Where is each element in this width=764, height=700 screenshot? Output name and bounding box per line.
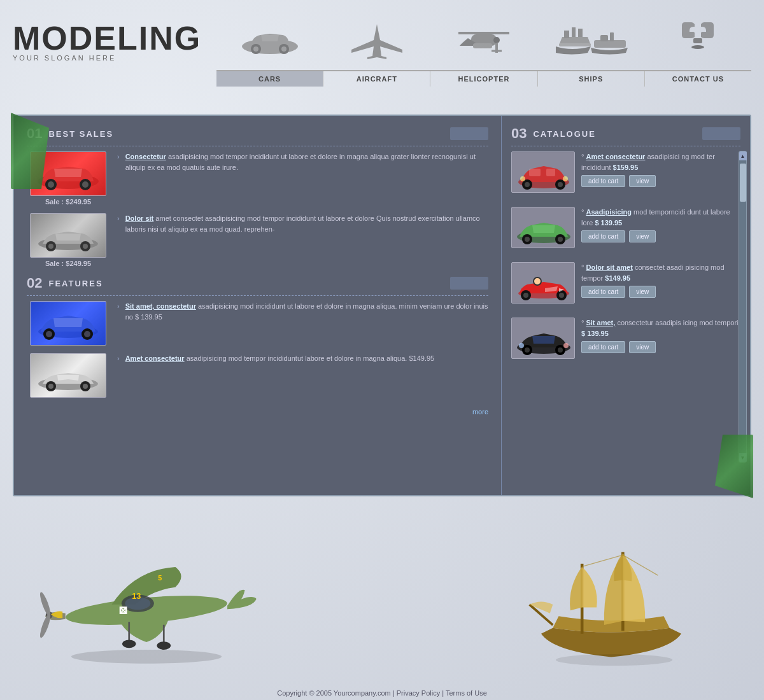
nav-area: CARS AIRCRAFT HELICOPTER SHIPS CONTACT U… — [216, 6, 751, 87]
phone-icon — [676, 19, 720, 60]
best-sales-header: 01 BEST SALES — [27, 125, 488, 146]
svg-point-53 — [558, 237, 563, 242]
plane-decoration: 13 5 — [25, 541, 267, 668]
features-desc-2: › Amet consectetur asadipisicing mod tem… — [117, 353, 488, 398]
bottom-area: 13 5 — [13, 503, 751, 700]
features-desc-1: › Sit amet, consectetur asadipisicing mo… — [117, 301, 488, 346]
add-to-cart-4[interactable]: add to cart — [581, 341, 625, 353]
svg-point-27 — [48, 244, 53, 249]
cat-item-3: ° Dolor sit amet consectet asadi pisicin… — [511, 262, 740, 310]
view-1[interactable]: view — [629, 175, 656, 187]
add-to-cart-2[interactable]: add to cart — [581, 230, 625, 242]
cat-info-1: ° Amet consectetur asadipisici ng mod te… — [581, 151, 740, 193]
svg-rect-17 — [610, 32, 614, 41]
logo-title: MODELING — [13, 19, 216, 57]
scrollbar[interactable]: ▲ ▼ — [739, 151, 747, 463]
svg-point-60 — [534, 278, 541, 284]
bullet-1: › — [117, 151, 120, 172]
svg-point-34 — [84, 331, 90, 337]
header: MODELING YOUR SLOGAN HERE — [0, 0, 764, 108]
catalogue-thumb — [702, 127, 740, 140]
product-img-silver — [30, 213, 106, 258]
svg-rect-13 — [578, 29, 583, 37]
footer-text: Copyright © 2005 Yourcompany.com | Priva… — [277, 689, 487, 697]
features-item-1: › Sit amet, consectetur asadipisicing mo… — [27, 301, 488, 346]
footer: Copyright © 2005 Yourcompany.com | Priva… — [0, 686, 764, 700]
best-sales-title: BEST SALES — [48, 129, 113, 139]
svg-point-24 — [82, 181, 88, 188]
left-panel: 01 BEST SALES Sale : $249.95 — [14, 116, 502, 495]
bullet-4: › — [117, 353, 120, 364]
features-thumb — [450, 277, 488, 290]
product-sale-2: Sale : $249.95 — [45, 260, 91, 267]
svg-point-4 — [281, 46, 286, 52]
features-img-blue — [30, 301, 106, 346]
best-sales-thumb — [450, 127, 488, 140]
svg-point-44 — [558, 182, 563, 187]
tab-aircraft[interactable]: AIRCRAFT — [323, 71, 430, 87]
cat-link-1[interactable]: Amet consectetur — [586, 153, 645, 160]
view-2[interactable]: view — [629, 230, 656, 242]
scrollbar-thumb — [740, 164, 746, 202]
best-sales-item-1: Sale : $249.95 › Consectetur asadipisici… — [27, 151, 488, 206]
aircraft-icon — [345, 18, 409, 62]
svg-point-19 — [691, 45, 704, 49]
svg-text:13: 13 — [132, 591, 141, 601]
helicopter-icon — [452, 19, 516, 60]
svg-point-80 — [122, 640, 136, 648]
cat-link-2[interactable]: Asadipisicing — [586, 208, 632, 216]
nav-icons — [216, 6, 751, 70]
tab-contact[interactable]: CONTACT US — [645, 71, 751, 87]
logo-area: MODELING YOUR SLOGAN HERE — [13, 6, 216, 62]
cat-img-4 — [511, 318, 575, 359]
features-img-white — [30, 353, 106, 398]
cat-img-2 — [511, 207, 575, 248]
features-link-1[interactable]: Sit amet, consectetur — [125, 302, 196, 310]
cat-link-4[interactable]: Sit amet, — [586, 319, 615, 326]
features-title: FEATURES — [48, 279, 103, 288]
product-link-2[interactable]: Dolor sit — [125, 214, 154, 222]
view-4[interactable]: view — [629, 341, 656, 353]
cat-buttons-2: add to cart view — [581, 230, 740, 242]
tab-ships[interactable]: SHIPS — [538, 71, 645, 87]
product-desc-1: › Consectetur asadipisicing mod tempor i… — [117, 151, 488, 206]
cat-info-4: ° Sit amet, consectetur asadipis icing m… — [581, 318, 740, 359]
features-link-2[interactable]: Amet consectetur — [125, 354, 185, 362]
scrollbar-up[interactable]: ▲ — [739, 151, 747, 160]
svg-point-29 — [83, 244, 88, 249]
svg-rect-18 — [693, 38, 702, 43]
svg-point-65 — [558, 347, 563, 353]
catalogue-header: 03 CATALOGUE — [511, 125, 740, 146]
right-panel: 03 CATALOGUE ▲ ▼ — [502, 116, 750, 495]
cat-item-1: ° Amet consectetur asadipisici ng mod te… — [511, 151, 740, 199]
tab-helicopter[interactable]: HELICOPTER — [430, 71, 537, 87]
svg-point-32 — [46, 331, 52, 337]
svg-point-42 — [525, 182, 530, 187]
svg-point-56 — [523, 293, 528, 298]
product-desc-2: › Dolor sit amet consectet asadipisicing… — [117, 213, 488, 267]
svg-point-63 — [525, 347, 530, 353]
svg-point-22 — [48, 181, 54, 188]
svg-point-37 — [48, 384, 53, 389]
product-link-1[interactable]: Consectetur — [125, 153, 166, 160]
ship-icon — [553, 21, 629, 59]
helicopter-icon-box — [430, 11, 537, 69]
catalogue-num: 03 — [511, 125, 527, 142]
add-to-cart-3[interactable]: add to cart — [581, 286, 625, 298]
more-link[interactable]: more — [472, 408, 488, 416]
svg-point-51 — [525, 237, 530, 242]
svg-point-7 — [493, 37, 500, 43]
features-img-box-2 — [27, 353, 110, 398]
nav-tabs: CARS AIRCRAFT HELICOPTER SHIPS CONTACT U… — [216, 70, 751, 87]
svg-rect-14 — [559, 43, 591, 46]
cat-link-3[interactable]: Dolor sit amet — [586, 263, 632, 271]
tab-cars[interactable]: CARS — [216, 71, 323, 87]
svg-point-47 — [520, 176, 525, 181]
svg-point-82 — [157, 641, 171, 650]
svg-text:5: 5 — [158, 574, 162, 582]
svg-point-2 — [253, 46, 258, 52]
svg-rect-12 — [572, 27, 576, 37]
view-3[interactable]: view — [629, 286, 656, 298]
add-to-cart-1[interactable]: add to cart — [581, 175, 625, 187]
main-content: 01 BEST SALES Sale : $249.95 — [13, 115, 751, 496]
